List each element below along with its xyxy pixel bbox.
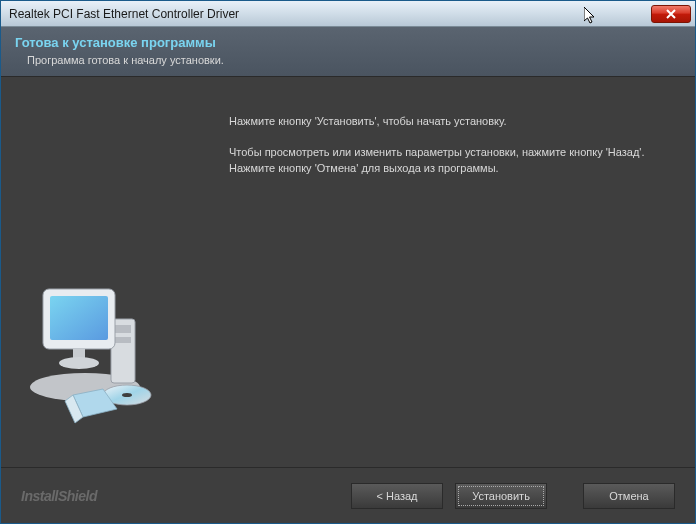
wizard-body: Нажмите кнопку 'Установить', чтобы начат… [1, 77, 695, 467]
cancel-button[interactable]: Отмена [583, 483, 675, 509]
sidebar [1, 77, 221, 467]
installer-illustration-icon [25, 267, 185, 437]
close-button[interactable] [651, 5, 691, 23]
svg-point-9 [122, 393, 132, 397]
instruction-text-2: Чтобы просмотреть или изменить параметры… [229, 144, 671, 177]
back-button[interactable]: < Назад [351, 483, 443, 509]
page-title: Готова к установке программы [15, 35, 681, 50]
page-subtitle: Программа готова к началу установки. [15, 54, 681, 66]
titlebar: Realtek PCI Fast Ethernet Controller Dri… [1, 1, 695, 27]
svg-point-7 [59, 357, 99, 369]
wizard-header: Готова к установке программы Программа г… [1, 27, 695, 77]
window-title: Realtek PCI Fast Ethernet Controller Dri… [9, 7, 651, 21]
svg-rect-3 [115, 337, 131, 343]
content-area: Нажмите кнопку 'Установить', чтобы начат… [221, 77, 695, 467]
instruction-text-1: Нажмите кнопку 'Установить', чтобы начат… [229, 113, 671, 130]
svg-rect-2 [115, 325, 131, 333]
svg-rect-5 [50, 296, 108, 340]
wizard-footer: InstallShield < Назад Установить Отмена [1, 467, 695, 523]
install-button[interactable]: Установить [455, 483, 547, 509]
brand-label: InstallShield [21, 488, 97, 504]
nav-button-group: < Назад Установить [351, 483, 547, 509]
installer-window: Realtek PCI Fast Ethernet Controller Dri… [0, 0, 696, 524]
close-icon [666, 9, 676, 19]
